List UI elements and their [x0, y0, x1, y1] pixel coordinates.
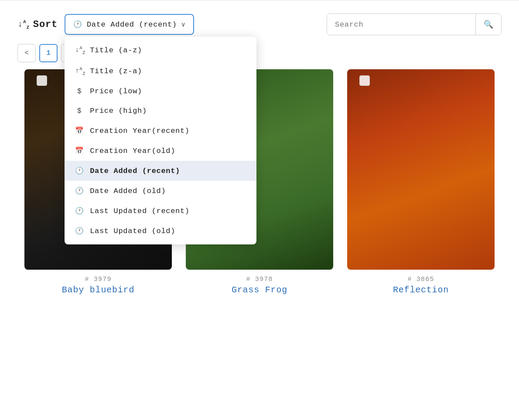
sort-option-last-updated-recent[interactable]: 🕐 Last Updated (recent) — [65, 201, 256, 221]
prev-page-button[interactable]: < — [17, 44, 36, 62]
prev-icon: < — [24, 49, 29, 57]
sort-dropdown-button[interactable]: 🕐 Date Added (recent) ∨ — [65, 14, 194, 35]
card-number-3979: # 3979 — [85, 276, 111, 283]
sort-option-price-high[interactable]: $ Price (high) — [65, 101, 256, 121]
sort-option-label: Creation Year(recent) — [90, 127, 190, 135]
sort-label: ↓AZ Sort — [17, 19, 58, 30]
clock-icon: 🕐 — [73, 20, 82, 29]
sort-option-date-added-old[interactable]: 🕐 Date Added (old) — [65, 181, 256, 201]
clock-icon: 🕐 — [75, 166, 84, 175]
sort-az-icon: ↓AZ — [17, 19, 30, 30]
sort-option-label: Price (low) — [90, 87, 142, 95]
sort-option-date-added-recent[interactable]: 🕐 Date Added (recent) — [65, 161, 256, 181]
sort-za-icon: ↑AZ — [75, 67, 84, 76]
gallery-card-3865: # 3865 Reflection — [340, 69, 502, 305]
card-title-3865[interactable]: Reflection — [393, 285, 449, 295]
price-icon: $ — [75, 107, 84, 115]
search-input[interactable] — [327, 15, 475, 34]
card-number-3978: # 3978 — [246, 276, 273, 283]
page-1-label: 1 — [46, 49, 51, 57]
sort-az-icon: ↓AZ — [75, 46, 84, 55]
sort-option-price-low[interactable]: $ Price (low) — [65, 81, 256, 101]
price-icon: $ — [75, 88, 84, 95]
sort-option-creation-old[interactable]: 📅 Creation Year(old) — [65, 141, 256, 161]
sort-option-creation-recent[interactable]: 📅 Creation Year(recent) — [65, 121, 256, 141]
card-image-reflection — [347, 69, 495, 270]
sort-dropdown-wrapper: 🕐 Date Added (recent) ∨ ↓AZ Title (a-z) … — [65, 14, 194, 35]
card-number-3865: # 3865 — [407, 276, 434, 283]
sort-option-label: Date Added (old) — [90, 187, 166, 195]
sort-option-label: Title (z-a) — [90, 67, 142, 75]
card-checkbox-3865[interactable] — [359, 75, 370, 86]
sort-option-label: Creation Year(old) — [90, 147, 175, 155]
sort-option-label: Last Updated (old) — [90, 227, 175, 235]
clock-icon: 🕐 — [75, 186, 84, 195]
sort-option-label: Title (a-z) — [90, 46, 142, 54]
clock-icon: 🕐 — [75, 207, 84, 215]
clock-icon: 🕐 — [75, 227, 84, 235]
sort-option-label: Price (high) — [90, 107, 147, 115]
chevron-down-icon: ∨ — [181, 20, 186, 29]
sort-dropdown-menu: ↓AZ Title (a-z) ↑AZ Title (z-a) $ Price … — [65, 37, 256, 244]
sort-text: Sort — [33, 19, 58, 30]
sort-selected-value: Date Added (recent) — [87, 20, 177, 29]
sort-option-label: Last Updated (recent) — [90, 207, 190, 215]
card-title-3978[interactable]: Grass Frog — [232, 285, 287, 295]
sort-option-title-az[interactable]: ↓AZ Title (a-z) — [65, 40, 256, 61]
card-checkbox-3979[interactable] — [37, 75, 47, 86]
sort-option-last-updated-old[interactable]: 🕐 Last Updated (old) — [65, 221, 256, 241]
sort-option-label: Date Added (recent) — [90, 167, 180, 175]
calendar-icon: 📅 — [75, 146, 84, 155]
search-wrapper: 🔍 — [327, 14, 502, 35]
sort-option-title-za[interactable]: ↑AZ Title (z-a) — [65, 61, 256, 82]
page-1-button[interactable]: 1 — [39, 44, 58, 62]
toolbar: ↓AZ Sort 🕐 Date Added (recent) ∨ ↓AZ Tit… — [0, 8, 519, 41]
card-title-3979[interactable]: Baby bluebird — [62, 285, 134, 295]
top-bar — [0, 0, 519, 8]
calendar-icon: 📅 — [75, 126, 84, 135]
search-button[interactable]: 🔍 — [475, 14, 501, 35]
search-icon: 🔍 — [484, 20, 493, 29]
